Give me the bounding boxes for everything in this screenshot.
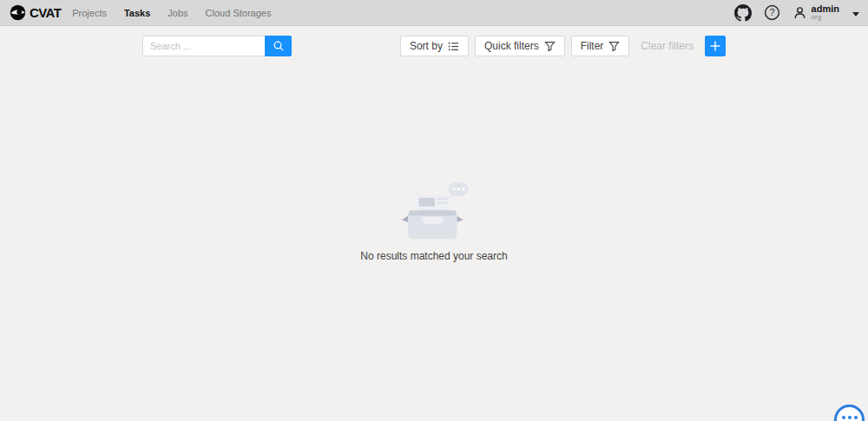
top-navigation-bar: CVAT Projects Tasks Jobs Cloud Storages … — [0, 0, 868, 26]
search-group — [142, 36, 292, 56]
svg-text:?: ? — [769, 8, 774, 17]
nav-item-cloud-storages[interactable]: Cloud Storages — [206, 8, 272, 18]
sort-by-button[interactable]: Sort by — [400, 36, 469, 56]
search-button[interactable] — [265, 36, 292, 56]
user-icon — [792, 5, 807, 20]
cvat-tasks-page: CVAT Projects Tasks Jobs Cloud Storages … — [0, 0, 868, 262]
tasks-toolbar: Sort by Quick filters Filter — [142, 36, 726, 56]
nav-item-projects[interactable]: Projects — [72, 8, 107, 18]
logo-text: CVAT — [30, 5, 61, 20]
filter-funnel-icon — [544, 41, 556, 52]
chat-widget-button[interactable] — [834, 405, 865, 421]
user-org: org — [812, 14, 839, 21]
chat-dots-icon — [842, 416, 858, 421]
plus-icon — [709, 40, 721, 52]
sort-by-label: Sort by — [410, 40, 443, 52]
empty-message: No results matched your search — [360, 250, 507, 262]
github-icon[interactable] — [734, 4, 752, 22]
nav-item-tasks[interactable]: Tasks — [124, 8, 150, 18]
empty-state: No results matched your search — [0, 179, 868, 262]
quick-filters-label: Quick filters — [484, 40, 539, 52]
user-menu[interactable]: admin org — [792, 4, 859, 22]
filter-label: Filter — [581, 40, 604, 52]
search-input[interactable] — [142, 36, 265, 56]
chevron-down-icon — [852, 12, 859, 16]
filter-button[interactable]: Filter — [571, 36, 630, 56]
empty-inbox-illustration — [391, 179, 477, 240]
quick-filters-button[interactable]: Quick filters — [475, 36, 565, 56]
header-actions: ? admin org — [734, 4, 859, 22]
create-task-button[interactable] — [705, 36, 726, 56]
filters-group: Sort by Quick filters Filter — [394, 36, 726, 56]
cvat-eye-icon — [9, 3, 27, 22]
help-icon[interactable]: ? — [764, 4, 780, 21]
cvat-logo[interactable]: CVAT — [9, 3, 61, 22]
filter-funnel-icon — [608, 41, 620, 52]
nav-item-jobs[interactable]: Jobs — [168, 8, 187, 18]
unordered-list-icon — [448, 41, 459, 52]
main-navigation: Projects Tasks Jobs Cloud Storages — [72, 8, 271, 18]
user-info: admin org — [812, 4, 839, 22]
search-icon — [273, 40, 285, 52]
clear-filters-link[interactable]: Clear filters — [641, 40, 694, 52]
